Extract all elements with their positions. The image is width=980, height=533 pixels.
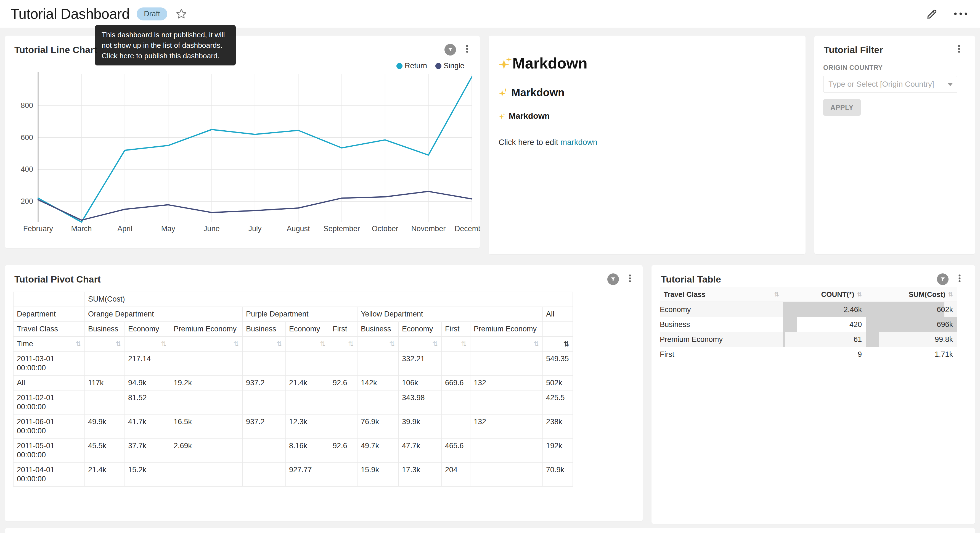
column-label: COUNT(*) [821,290,854,299]
table-row: Premium Economy6199.8k [660,332,957,347]
markdown-h2: Markdown [498,86,795,99]
sort-icon[interactable]: ⇅ [161,340,167,348]
sort-icon[interactable]: ⇅ [348,340,354,348]
markdown-paragraph: Click here to edit markdown [498,138,795,147]
pivot-time-cell: 2011-03-0100:00:00 [14,351,85,376]
page-title: Tutorial Dashboard [11,6,129,22]
pivot-value-cell: 669.6 [442,376,470,391]
table-header-row: Travel Class⇅COUNT(*)⇅SUM(Cost)⇅ [660,287,957,302]
pivot-value-cell: 70.9k [543,463,573,487]
pivot-value-cell: 39.9k [399,415,442,439]
pivot-value-cell: 549.35 [543,351,573,376]
origin-country-select[interactable]: Type or Select [Origin Country] [823,76,957,93]
table-row: First91.71k [660,347,957,362]
value-cell: 9 [783,347,866,362]
pivot-value-cell: 19.2k [170,376,243,391]
pivot-row: 2011-02-0100:00:0081.52343.98425.5 [14,391,573,415]
pivot-sort-cell: ⇅ [329,337,358,351]
sort-icon[interactable]: ⇅ [320,340,326,348]
column-header-travel-class[interactable]: Travel Class⇅ [660,287,783,302]
pivot-value-cell [243,391,286,415]
svg-text:400: 400 [21,165,33,174]
cell-value: 2.46k [783,302,866,317]
pivot-value-cell [358,391,399,415]
markdown-h1-text: Markdown [512,54,587,72]
markdown-h3-text: Markdown [509,111,550,121]
pivot-value-cell: 502k [543,376,573,391]
pivot-value-cell: 132 [470,376,543,391]
pivot-value-cell: 16.5k [170,415,243,439]
applied-filters-icon[interactable] [607,273,619,285]
tutorial-line-chart-card: Tutorial Line Chart ReturnSingle 2004006… [5,36,480,248]
tutorial-pivot-chart-card: Tutorial Pivot Chart SUM(Cost)Department… [5,265,643,522]
pivot-class-header: Premium Economy [170,322,243,337]
pivot-value-cell [286,351,329,376]
pivot-value-cell [470,351,543,376]
pivot-class-header: Business [85,322,125,337]
filter-funnel-icon [937,273,948,285]
sort-icon[interactable]: ⇅ [115,340,121,348]
sort-icon[interactable]: ⇅ [233,340,239,348]
svg-text:June: June [204,225,220,233]
pivot-class-header: Premium Economy [470,322,543,337]
column-header-count-[interactable]: COUNT(*)⇅ [783,287,866,302]
pivot-sort-cell: ⇅ [243,337,286,351]
svg-text:October: October [372,225,398,233]
applied-filters-icon[interactable] [937,273,948,285]
pivot-sort-cell: ⇅ [470,337,543,351]
chart-options-kebab-icon[interactable] [625,273,635,283]
sparkles-icon [498,88,508,97]
svg-text:February: February [23,225,53,233]
edit-pencil-icon[interactable] [925,8,938,20]
pivot-sort-cell: ⇅ [543,337,573,351]
pivot-time-cell: All [14,376,85,391]
chart-options-kebab-icon[interactable] [955,273,964,283]
partial-card-edge [5,528,975,533]
pivot-group-header: Orange Department [85,307,243,322]
sort-icon[interactable]: ⇅ [774,291,779,298]
filter-funnel-icon [607,273,619,285]
sort-icon[interactable]: ⇅ [857,291,862,298]
pivot-sort-cell: ⇅ [442,337,470,351]
sort-icon[interactable]: ⇅ [276,340,282,348]
pivot-value-cell: 49.7k [358,439,399,463]
sort-icon[interactable]: ⇅ [948,291,953,298]
pivot-class-header: Economy [286,322,329,337]
pivot-class-header: Economy [125,322,170,337]
apply-button[interactable]: APPLY [823,99,861,116]
pivot-value-cell: 49.9k [85,415,125,439]
pivot-department-label: Department [14,307,85,322]
pivot-value-cell: 217.14 [125,351,170,376]
sort-icon[interactable]: ⇅ [75,340,81,348]
more-menu-icon[interactable] [953,12,968,16]
pivot-value-cell: 94.9k [125,376,170,391]
pivot-time-cell: 2011-06-0100:00:00 [14,415,85,439]
favorite-star-icon[interactable] [176,8,187,20]
chart-options-kebab-icon[interactable] [954,44,964,54]
pivot-group-header: Purple Department [243,307,358,322]
cell-value: 61 [783,332,866,347]
pivot-sort-row: Time⇅⇅⇅⇅⇅⇅⇅⇅⇅⇅⇅⇅ [14,337,573,351]
time-label: Time [17,340,33,348]
column-header-sum-cost-[interactable]: SUM(Cost)⇅ [866,287,957,302]
pivot-row: 2011-06-0100:00:0049.9k41.7k16.5k937.212… [14,415,573,439]
pivot-value-cell [470,439,543,463]
pivot-value-cell: 425.5 [543,391,573,415]
pivot-value-cell: 343.98 [399,391,442,415]
pivot-header-row: SUM(Cost) [14,292,573,307]
sort-icon[interactable]: ⇅ [533,340,539,348]
sort-icon[interactable]: ⇅ [389,340,395,348]
pivot-value-cell: 132 [470,415,543,439]
cell-value: 696k [866,317,957,332]
pivot-time-cell: 2011-02-0100:00:00 [14,391,85,415]
pivot-value-cell: 927.77 [286,463,329,487]
sort-icon[interactable]: ⇅ [432,340,438,348]
sort-icon[interactable]: ⇅ [461,340,467,348]
sort-icon[interactable]: ⇅ [563,340,569,348]
markdown-h1: Markdown [498,54,795,72]
markdown-edit-link[interactable]: markdown [560,138,597,147]
pivot-value-cell: 238k [543,415,573,439]
svg-text:December: December [455,225,480,233]
draft-badge[interactable]: Draft [137,8,167,21]
travel-class-cell: Premium Economy [660,332,783,347]
